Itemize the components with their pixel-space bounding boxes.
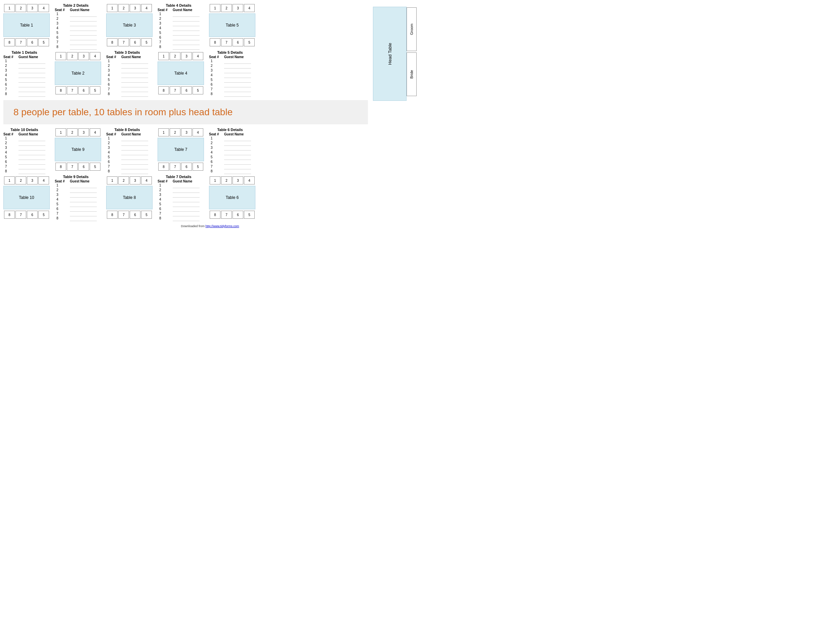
table5-diagram: 1 2 3 4 Table 5 8 7 6 5 (209, 3, 255, 47)
seat-box: 5 (38, 38, 49, 46)
table7-body: Table 7 (158, 138, 204, 161)
table1-row3: 3 (3, 68, 45, 73)
table1-row7: 7 (3, 87, 45, 92)
table1-diagram: 1 2 3 4 Table 1 8 7 6 5 (3, 3, 50, 47)
table7-diagram: 1 2 3 4 Table 7 8 7 6 5 (158, 128, 204, 171)
footer: Downloaded from http://www.tidyforms.com (3, 224, 417, 228)
table5-body: Table 5 (209, 13, 255, 37)
table1-top-seats: 1 2 3 4 (4, 4, 49, 12)
table1-bottom-seats: 8 7 6 5 (4, 38, 49, 46)
col-table4: Table 4 Details Seat # Guest Name 1 2 3 … (158, 3, 204, 97)
table2-details-header: Seat # Guest Name (55, 8, 97, 12)
col-table5: 1 2 3 4 Table 5 8 7 6 5 Table 5 Details … (209, 3, 255, 97)
col-table7: 1 2 3 4 Table 7 8 7 6 5 Table 7 Details … (158, 128, 204, 221)
seat-box: 2 (16, 4, 26, 12)
seat-box: 4 (38, 4, 49, 12)
seat-box: 7 (16, 38, 26, 46)
table2-body: Table 2 (55, 62, 101, 85)
table1-row2: 2 (3, 64, 45, 68)
groom-box: Groom (407, 7, 417, 51)
col-table9: 1 2 3 4 Table 9 8 7 6 5 Table 9 Details … (55, 128, 101, 221)
table9-details: Table 9 Details Seat # Guest Name 1 2 3 … (55, 175, 97, 221)
table9-body: Table 9 (55, 138, 101, 161)
table3-body: Table 3 (106, 13, 153, 37)
table1-body: Table 1 (3, 13, 50, 37)
table6-body: Table 6 (209, 186, 255, 209)
table8-details: Table 8 Details Seat # Guest Name 1 2 3 … (106, 128, 148, 174)
table6-details: Table 6 Details Seat # Guest Name 1 2 3 … (209, 128, 251, 174)
table1-details-title: Table 1 Details (3, 51, 45, 54)
table4-diagram: 1 2 3 4 Table 4 8 7 6 5 (158, 51, 204, 95)
table1-row4: 4 (3, 73, 45, 78)
main-container: 1 2 3 4 Table 1 8 7 6 5 Table 1 Details … (0, 0, 420, 231)
table8-body: Table 8 (106, 186, 153, 209)
table1-details: Table 1 Details Seat # Guest Name 1 2 3 … (3, 51, 45, 97)
table4-body: Table 4 (158, 62, 204, 85)
banner-text: 8 people per table, 10 tables in room pl… (13, 107, 232, 117)
footer-text: Downloaded from (181, 224, 205, 228)
table6-diagram: 1 2 3 4 Table 6 8 7 6 5 (209, 176, 255, 219)
seat-box: 8 (4, 38, 15, 46)
table1-row5: 5 (3, 78, 45, 83)
head-table-box: Head Table (373, 7, 407, 101)
table10-body: Table 10 (3, 186, 50, 209)
footer-link[interactable]: http://www.tidyforms.com (205, 224, 239, 228)
table1-row1: 1 (3, 59, 45, 64)
table1-row6: 6 (3, 83, 45, 87)
table2-diagram: 1 2 3 4 Table 2 8 7 6 5 (55, 51, 101, 95)
seat-box: 3 (27, 4, 38, 12)
table2-details-title: Table 2 Details (55, 3, 97, 7)
guest-header: Guest Name (19, 55, 45, 59)
table9-diagram-top: 1 2 3 4 Table 9 8 7 6 5 (55, 128, 101, 171)
groom-bride-column: Groom Bride (407, 7, 417, 101)
table7-details: Table 7 Details Seat # Guest Name 1 2 3 … (158, 175, 200, 221)
table10-diagram: 1 2 3 4 Table 10 8 7 6 5 (3, 176, 50, 219)
col-table10: Table 10 Details Seat # Guest Name 1 2 3… (3, 128, 50, 221)
table3-details: Table 3 Details Seat # Guest Name 1 2 3 … (106, 51, 148, 97)
table3-diagram: 1 2 3 4 Table 3 8 7 6 5 (106, 3, 153, 47)
seat-box: 1 (4, 4, 15, 12)
table1-details-header: Seat # Guest Name (3, 55, 45, 59)
col-table2: Table 2 Details Seat # Guest Name 1 2 3 … (55, 3, 101, 97)
table2-details: Table 2 Details Seat # Guest Name 1 2 3 … (55, 3, 97, 50)
bride-box: Bride (407, 52, 417, 96)
table1-row8: 8 (3, 92, 45, 97)
col-table8: Table 8 Details Seat # Guest Name 1 2 3 … (106, 128, 153, 221)
middle-banner: 8 people per table, 10 tables in room pl… (3, 100, 368, 124)
table8-diagram: 1 2 3 4 Table 8 8 7 6 5 (106, 176, 153, 219)
bottom-tables-row: Table 10 Details Seat # Guest Name 1 2 3… (3, 128, 417, 221)
table5-details: Table 5 Details Seat # Guest Name 1 2 3 … (209, 51, 251, 97)
seat-box: 6 (27, 38, 38, 46)
head-table-area: Head Table Groom Bride (373, 7, 417, 101)
table4-details: Table 4 Details Seat # Guest Name 1 2 3 … (158, 3, 200, 50)
table10-details: Table 10 Details Seat # Guest Name 1 2 3… (3, 128, 45, 174)
seat-header: Seat # (3, 55, 17, 59)
col-table6: Table 6 Details Seat # Guest Name 1 2 3 … (209, 128, 255, 221)
col-table1: 1 2 3 4 Table 1 8 7 6 5 Table 1 Details … (3, 3, 50, 97)
col-table3: 1 2 3 4 Table 3 8 7 6 5 Table 3 Details … (106, 3, 153, 97)
top-tables-row: 1 2 3 4 Table 1 8 7 6 5 Table 1 Details … (3, 3, 417, 97)
